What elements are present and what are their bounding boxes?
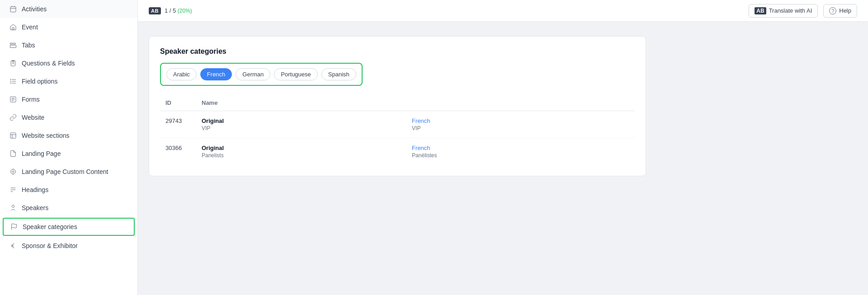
- lang-tab-arabic[interactable]: Arabic: [166, 68, 197, 80]
- sidebar-item-label-event: Event: [22, 23, 38, 31]
- translate-ai-label: Translate with AI: [769, 7, 812, 14]
- translations-table: ID Name 29743OriginalVIPFrenchVIP30366Or…: [160, 95, 635, 165]
- speaker-categories-card: Speaker categories ArabicFrenchGermanPor…: [149, 36, 646, 176]
- lang-tab-french[interactable]: French: [200, 68, 232, 80]
- sidebar-item-label-questions-fields: Questions & Fields: [22, 60, 75, 67]
- progress-pct: (20%): [178, 8, 192, 14]
- svg-rect-0: [10, 7, 16, 12]
- lang-tab-german[interactable]: German: [236, 68, 270, 80]
- speakers-icon: [9, 204, 17, 212]
- sidebar-item-label-field-options: Field options: [22, 78, 57, 85]
- sidebar-item-label-headings: Headings: [22, 186, 48, 193]
- original-label: Original: [202, 145, 401, 151]
- original-label: Original: [202, 117, 401, 124]
- calendar-icon: [9, 5, 17, 13]
- original-value: VIP: [202, 125, 401, 131]
- content-area: Speaker categories ArabicFrenchGermanPor…: [138, 22, 868, 295]
- translate-ai-icon: AB: [755, 7, 766, 14]
- main-area: AB 1 / 5 (20%) AB Translate with AI ? He…: [138, 0, 868, 295]
- sidebar-item-headings[interactable]: Headings: [0, 181, 137, 199]
- page-icon: [9, 150, 17, 158]
- svg-rect-21: [10, 133, 16, 138]
- sidebar-item-website[interactable]: Website: [0, 108, 137, 126]
- layout-icon: [9, 131, 17, 140]
- sidebar-item-forms[interactable]: Forms: [0, 90, 137, 108]
- sidebar-item-speakers[interactable]: Speakers: [0, 199, 137, 217]
- sidebar-item-label-website: Website: [22, 114, 44, 121]
- sidebar: ActivitiesEventTabsQuestions & FieldsFie…: [0, 0, 138, 295]
- translate-with-ai-button[interactable]: AB Translate with AI: [749, 4, 818, 18]
- sidebar-item-sponsor-exhibitor[interactable]: Sponsor & Exhibitor: [0, 237, 137, 255]
- sidebar-item-activities[interactable]: Activities: [0, 0, 137, 18]
- cell-name: OriginalVIP: [196, 111, 406, 138]
- sidebar-item-label-tabs: Tabs: [22, 42, 35, 49]
- sidebar-item-website-sections[interactable]: Website sections: [0, 126, 137, 145]
- cell-name: OriginalPanelists: [196, 138, 406, 165]
- translate-icon-box: AB: [149, 7, 161, 14]
- sidebar-item-label-activities: Activities: [22, 5, 47, 13]
- cell-id: 29743: [160, 111, 196, 138]
- sidebar-item-label-sponsor-exhibitor: Sponsor & Exhibitor: [22, 242, 78, 249]
- progress-text: 1 / 5 (20%): [165, 7, 192, 14]
- svg-point-14: [10, 79, 11, 80]
- topbar-right: AB Translate with AI ? Help: [749, 4, 857, 18]
- svg-rect-6: [13, 43, 15, 44]
- svg-point-24: [12, 171, 14, 173]
- topbar-left: AB 1 / 5 (20%): [149, 7, 192, 14]
- cell-translation: FrenchPanélistes: [406, 138, 635, 165]
- svg-point-16: [10, 83, 11, 83]
- progress-total: 5: [173, 7, 176, 14]
- col-lang-header: [406, 95, 635, 111]
- clipboard-icon: [9, 59, 17, 67]
- sidebar-item-speaker-categories[interactable]: Speaker categories: [3, 218, 135, 236]
- sidebar-item-label-landing-page-custom: Landing Page Custom Content: [22, 168, 108, 175]
- cell-id: 30366: [160, 138, 196, 165]
- custom-icon: [9, 168, 17, 176]
- sidebar-item-label-speaker-categories: Speaker categories: [23, 223, 77, 230]
- table-row: 29743OriginalVIPFrenchVIP: [160, 111, 635, 138]
- help-label: Help: [839, 7, 851, 14]
- lang-value: VIP: [412, 125, 629, 131]
- sidebar-item-event[interactable]: Event: [0, 18, 137, 36]
- sidebar-item-tabs[interactable]: Tabs: [0, 36, 137, 54]
- language-tabs-wrapper: ArabicFrenchGermanPortugueseSpanish: [160, 63, 363, 86]
- lang-label: French: [412, 145, 629, 151]
- home-icon: [9, 23, 17, 31]
- sidebar-item-label-speakers: Speakers: [22, 204, 48, 211]
- progress-current: 1: [165, 7, 168, 14]
- tabs-icon: [9, 41, 17, 49]
- link-icon: [9, 113, 17, 122]
- col-name-header: Name: [196, 95, 406, 111]
- sidebar-item-label-website-sections: Website sections: [22, 132, 70, 139]
- original-value: Panelists: [202, 152, 401, 159]
- svg-point-27: [12, 205, 14, 207]
- lang-value: Panélistes: [412, 152, 629, 159]
- lang-label: French: [412, 117, 629, 124]
- euro-icon: [9, 242, 17, 250]
- help-icon: ?: [829, 7, 836, 14]
- sidebar-item-label-landing-page: Landing Page: [22, 150, 61, 157]
- card-title: Speaker categories: [160, 47, 635, 56]
- col-id-header: ID: [160, 95, 196, 111]
- list-icon: [9, 77, 17, 85]
- svg-rect-5: [10, 43, 12, 44]
- flag-icon: [10, 223, 18, 231]
- cell-translation: FrenchVIP: [406, 111, 635, 138]
- svg-rect-7: [10, 45, 16, 47]
- sidebar-item-landing-page[interactable]: Landing Page: [0, 145, 137, 163]
- help-button[interactable]: ? Help: [823, 4, 857, 18]
- sidebar-item-field-options[interactable]: Field options: [0, 72, 137, 90]
- svg-point-15: [10, 81, 11, 81]
- table-body: 29743OriginalVIPFrenchVIP30366OriginalPa…: [160, 111, 635, 165]
- heading-icon: [9, 186, 17, 194]
- svg-rect-4: [12, 28, 14, 30]
- forms-icon: [9, 95, 17, 103]
- sidebar-item-questions-fields[interactable]: Questions & Fields: [0, 54, 137, 72]
- sidebar-item-label-forms: Forms: [22, 96, 40, 103]
- lang-tab-spanish[interactable]: Spanish: [321, 68, 356, 80]
- lang-tab-portuguese[interactable]: Portuguese: [274, 68, 318, 80]
- table-row: 30366OriginalPanelistsFrenchPanélistes: [160, 138, 635, 165]
- topbar: AB 1 / 5 (20%) AB Translate with AI ? He…: [138, 0, 868, 22]
- sidebar-item-landing-page-custom[interactable]: Landing Page Custom Content: [0, 163, 137, 181]
